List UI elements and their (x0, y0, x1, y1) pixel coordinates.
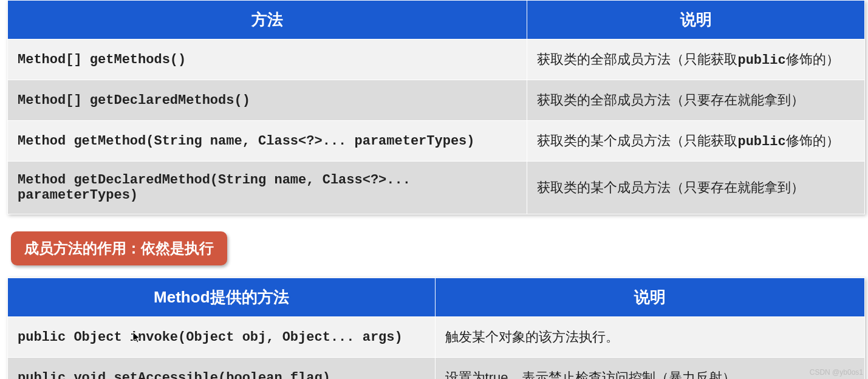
method-desc: 获取类的某个成员方法（只能获取public修饰的） (527, 121, 865, 162)
method-signature: Method getMethod(String name, Class<?>..… (8, 121, 527, 162)
table-header-row: 方法 说明 (8, 1, 865, 39)
t2-header-desc: 说明 (435, 278, 864, 317)
t2-header-method: Method提供的方法 (8, 278, 436, 317)
t1-header-desc: 说明 (527, 1, 865, 39)
watermark-text: CSDN @yb0os1 (810, 368, 863, 377)
table-row: Method getMethod(String name, Class<?>..… (8, 121, 865, 162)
method-desc: 触发某个对象的该方法执行。 (435, 317, 864, 358)
table-row: Method[] getMethods() 获取类的全部成员方法（只能获取pub… (8, 39, 865, 80)
method-desc: 设置为true，表示禁止检查访问控制（暴力反射） (435, 358, 864, 380)
method-desc: 获取类的全部成员方法（只要存在就能拿到） (527, 80, 865, 121)
method-signature: Method[] getDeclaredMethods() (8, 80, 527, 121)
method-signature: public Object invoke(Object obj, Object.… (8, 317, 436, 358)
table-row: public Object invoke(Object obj, Object.… (8, 317, 865, 358)
table-row: Method[] getDeclaredMethods() 获取类的全部成员方法… (8, 80, 865, 121)
table-row: public void setAccessible(boolean flag) … (8, 358, 865, 380)
table-header-row: Method提供的方法 说明 (8, 278, 865, 317)
t1-header-method: 方法 (8, 1, 527, 39)
method-signature: Method[] getMethods() (8, 39, 527, 80)
methods-table-1: 方法 说明 Method[] getMethods() 获取类的全部成员方法（只… (7, 0, 865, 214)
table-row: Method getDeclaredMethod(String name, Cl… (8, 162, 865, 214)
method-signature: public void setAccessible(boolean flag) (8, 358, 436, 380)
method-signature: Method getDeclaredMethod(String name, Cl… (8, 162, 527, 214)
method-desc: 获取类的全部成员方法（只能获取public修饰的） (527, 39, 865, 80)
methods-table-2: Method提供的方法 说明 public Object invoke(Obje… (7, 278, 865, 379)
section-pill: 成员方法的作用：依然是执行 (11, 231, 227, 265)
method-desc: 获取类的某个成员方法（只要存在就能拿到） (527, 162, 865, 214)
